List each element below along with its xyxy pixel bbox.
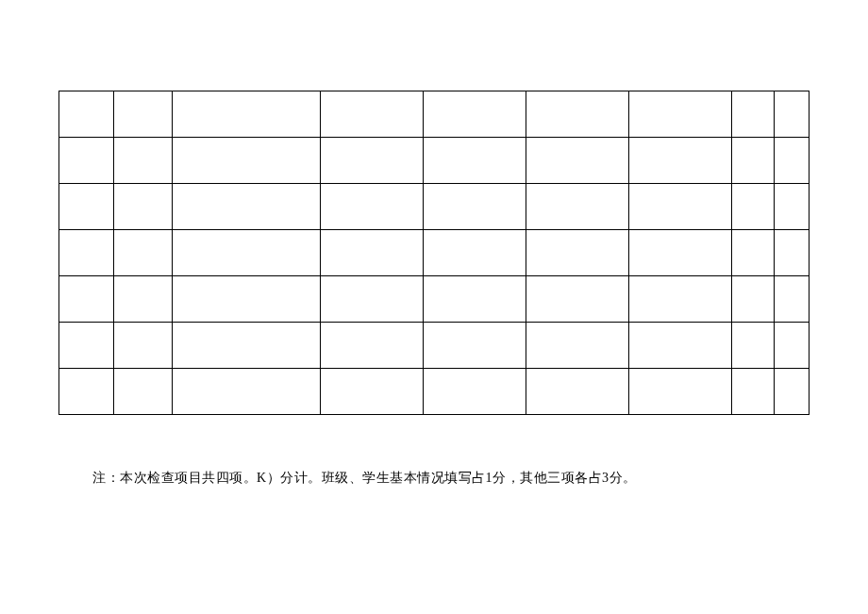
table-cell bbox=[629, 276, 732, 323]
table-cell bbox=[423, 323, 526, 369]
table-cell bbox=[172, 323, 320, 369]
table-cell bbox=[113, 91, 172, 138]
table-cell bbox=[423, 184, 526, 230]
table-cell bbox=[172, 276, 320, 323]
table-cell bbox=[775, 138, 810, 184]
inspection-table bbox=[58, 91, 810, 415]
table-cell bbox=[775, 323, 810, 369]
table-cell bbox=[59, 138, 114, 184]
table-cell bbox=[732, 91, 775, 138]
table-row bbox=[59, 323, 810, 369]
table-cell bbox=[526, 276, 629, 323]
table-cell bbox=[113, 276, 172, 323]
table-cell bbox=[629, 369, 732, 415]
data-table bbox=[58, 91, 810, 415]
table-row bbox=[59, 184, 810, 230]
table-cell bbox=[775, 230, 810, 276]
table-cell bbox=[629, 230, 732, 276]
table-row bbox=[59, 91, 810, 138]
table-cell bbox=[775, 184, 810, 230]
table-row bbox=[59, 276, 810, 323]
table-cell bbox=[59, 276, 114, 323]
table-cell bbox=[423, 230, 526, 276]
table-cell bbox=[732, 184, 775, 230]
table-cell bbox=[59, 184, 114, 230]
table-cell bbox=[629, 138, 732, 184]
table-cell bbox=[526, 230, 629, 276]
table-cell bbox=[172, 230, 320, 276]
table-cell bbox=[320, 230, 423, 276]
table-cell bbox=[526, 323, 629, 369]
table-cell bbox=[526, 369, 629, 415]
table-cell bbox=[172, 91, 320, 138]
table-cell bbox=[775, 369, 810, 415]
table-cell bbox=[113, 369, 172, 415]
footnote-text: 注：本次检查项目共四项。K）分计。班级、学生基本情况填写占1分，其他三项各占3分… bbox=[92, 470, 637, 487]
table-cell bbox=[172, 184, 320, 230]
table-cell bbox=[526, 184, 629, 230]
table-cell bbox=[732, 369, 775, 415]
table-cell bbox=[526, 91, 629, 138]
table-cell bbox=[113, 138, 172, 184]
table-cell bbox=[172, 369, 320, 415]
table-cell bbox=[732, 230, 775, 276]
table-cell bbox=[775, 91, 810, 138]
table-cell bbox=[113, 184, 172, 230]
table-cell bbox=[59, 323, 114, 369]
table-cell bbox=[423, 276, 526, 323]
table-cell bbox=[732, 138, 775, 184]
table-cell bbox=[172, 138, 320, 184]
table-cell bbox=[423, 369, 526, 415]
table-cell bbox=[320, 276, 423, 323]
table-cell bbox=[732, 276, 775, 323]
table-cell bbox=[423, 138, 526, 184]
table-cell bbox=[629, 323, 732, 369]
table-cell bbox=[59, 230, 114, 276]
table-cell bbox=[59, 369, 114, 415]
table-cell bbox=[732, 323, 775, 369]
table-cell bbox=[113, 230, 172, 276]
table-cell bbox=[320, 323, 423, 369]
table-cell bbox=[113, 323, 172, 369]
table-cell bbox=[320, 138, 423, 184]
table-row bbox=[59, 138, 810, 184]
table-row bbox=[59, 230, 810, 276]
table-cell bbox=[59, 91, 114, 138]
table-cell bbox=[629, 184, 732, 230]
table-cell bbox=[423, 91, 526, 138]
table-cell bbox=[629, 91, 732, 138]
table-cell bbox=[775, 276, 810, 323]
table-cell bbox=[320, 91, 423, 138]
table-cell bbox=[320, 369, 423, 415]
table-cell bbox=[526, 138, 629, 184]
table-row bbox=[59, 369, 810, 415]
table-cell bbox=[320, 184, 423, 230]
